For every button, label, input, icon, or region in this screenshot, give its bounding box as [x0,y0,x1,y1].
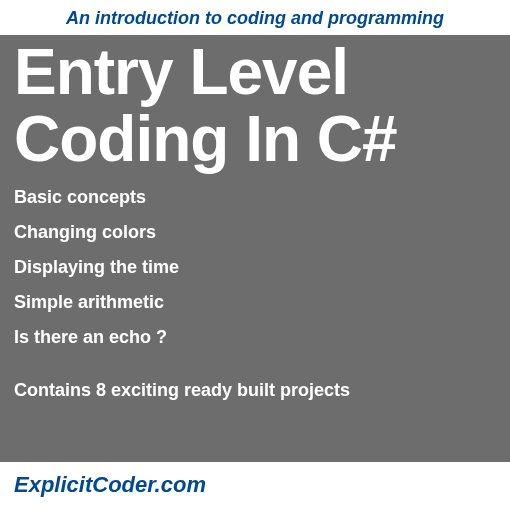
topic-item: Displaying the time [14,257,496,278]
subtitle: Contains 8 exciting ready built projects [14,380,496,401]
top-banner: An introduction to coding and programmin… [0,0,510,35]
main-title: Entry Level Coding In C# [14,39,496,173]
topic-item: Basic concepts [14,187,496,208]
bottom-banner: ExplicitCoder.com [0,462,510,510]
top-banner-text: An introduction to coding and programmin… [66,8,444,28]
main-panel: Entry Level Coding In C# Basic concepts … [0,35,510,462]
brand-name: ExplicitCoder.com [14,472,206,497]
topic-item: Is there an echo ? [14,327,496,348]
topic-item: Changing colors [14,222,496,243]
topic-item: Simple arithmetic [14,292,496,313]
topics-list: Basic concepts Changing colors Displayin… [14,187,496,348]
